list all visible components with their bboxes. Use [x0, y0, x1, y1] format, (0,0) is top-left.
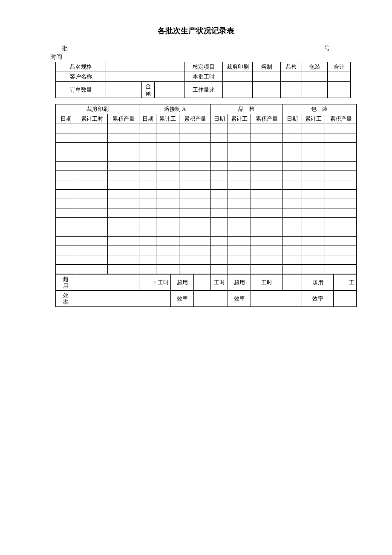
- grp-cutprint: 裁剪印刷: [56, 104, 139, 114]
- cell: [223, 72, 253, 82]
- hdr-qc: 品检: [281, 62, 302, 72]
- cell: [106, 62, 184, 72]
- hdr-approved: 核定项目: [184, 62, 223, 72]
- table-row: [56, 190, 357, 199]
- data-table: 裁剪印刷 熔接制 A 品 检 包 装 日期 累计工时 累积产量 日期 累计工 累…: [55, 104, 357, 274]
- table-row: [56, 246, 357, 255]
- table-row: [56, 255, 357, 265]
- col-acc-qty: 累积产量: [325, 114, 357, 124]
- col-date: 日期: [56, 114, 76, 124]
- cell: [223, 82, 253, 98]
- header-table: 品名规格 核定项目 裁剪印刷 熔制 品检 包装 合计 客户名称 本批工时 订单数…: [55, 62, 351, 98]
- col-acc-hours: 累计工: [228, 114, 251, 124]
- foot-hours-1: 1 工时: [139, 275, 171, 291]
- cell: [155, 82, 184, 98]
- foot-eff3: 效率: [228, 291, 251, 307]
- foot-overuse2: 超用: [171, 275, 194, 291]
- hdr-work-ratio: 工作量比: [184, 82, 223, 98]
- hdr-order-qty: 订单数量: [56, 82, 106, 98]
- foot-hours3: 工时: [251, 275, 282, 291]
- page-title: 各批次生产状况记录表: [0, 26, 392, 36]
- table-row: [56, 208, 357, 218]
- foot-overuse3: 超用: [228, 275, 251, 291]
- cell: [253, 82, 281, 98]
- grp-qc: 品 检: [211, 104, 282, 114]
- cell: [106, 72, 184, 82]
- table-row: [56, 180, 357, 190]
- col-acc-hours: 累计工: [302, 114, 325, 124]
- table-row: [56, 218, 357, 227]
- time-label: 时间: [0, 53, 392, 61]
- cell: [302, 82, 328, 98]
- cell: [76, 275, 139, 291]
- hdr-customer: 客户名称: [56, 72, 106, 82]
- table-row: [56, 199, 357, 208]
- col-date: 日期: [139, 114, 156, 124]
- col-acc-hours: 累计工: [156, 114, 179, 124]
- table-row: [56, 124, 357, 133]
- hdr-total: 合计: [328, 62, 351, 72]
- hdr-batch-hours: 本批工时: [184, 72, 223, 82]
- foot-hours4: 工: [334, 275, 357, 291]
- foot-hours2: 工时: [211, 275, 228, 291]
- cell: [334, 291, 357, 307]
- cell: [194, 291, 228, 307]
- col-date: 日期: [211, 114, 228, 124]
- col-date: 日期: [282, 114, 302, 124]
- number-label: 号: [324, 44, 375, 53]
- hdr-pack: 包装: [302, 62, 328, 72]
- table-row: [56, 133, 357, 143]
- table-row: [56, 152, 357, 162]
- cell: [76, 291, 171, 307]
- hdr-cutprint: 裁剪印刷: [223, 62, 253, 72]
- hdr-spec: 品名规格: [56, 62, 106, 72]
- col-acc-hours: 累计工时: [76, 114, 108, 124]
- footer-table: 超用 1 工时 超用 工时 超用 工时 超用 工 效率 效率 效率 效率: [55, 274, 357, 307]
- foot-eff4: 效率: [302, 291, 334, 307]
- hdr-melt: 熔制: [253, 62, 281, 72]
- table-row: [56, 265, 357, 274]
- cell: [253, 72, 281, 82]
- col-acc-qty: 累积产量: [108, 114, 139, 124]
- foot-overuse: 超用: [56, 275, 76, 291]
- cell: [281, 82, 302, 98]
- col-acc-qty: 累积产量: [179, 114, 211, 124]
- cell: [302, 72, 328, 82]
- hdr-amount: 金额: [142, 82, 155, 98]
- grp-pack: 包 装: [282, 104, 357, 114]
- table-row: [56, 162, 357, 171]
- foot-overuse4: 超用: [302, 275, 334, 291]
- grp-weld-a: 熔接制 A: [139, 104, 211, 114]
- cell: [281, 72, 302, 82]
- foot-eff2: 效率: [171, 291, 194, 307]
- cell: [328, 82, 351, 98]
- col-acc-qty: 累积产量: [251, 114, 282, 124]
- table-row: [56, 143, 357, 152]
- cell: [194, 275, 211, 291]
- foot-eff: 效率: [56, 291, 76, 307]
- cell: [282, 275, 302, 291]
- table-row: [56, 237, 357, 246]
- table-row: [56, 171, 357, 180]
- cell: [251, 291, 302, 307]
- cell: [328, 72, 351, 82]
- batch-label: 批: [62, 44, 324, 53]
- cell: [106, 82, 142, 98]
- table-row: [56, 227, 357, 237]
